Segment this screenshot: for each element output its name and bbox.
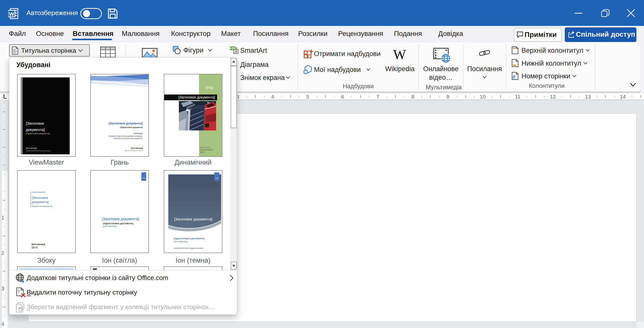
svg-text:#: # [512,74,515,80]
svg-text:W: W [9,11,14,17]
